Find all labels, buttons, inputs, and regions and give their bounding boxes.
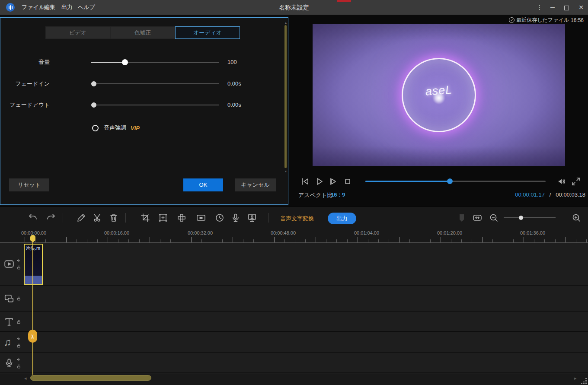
- scroll-left-icon[interactable]: ◂: [24, 375, 27, 381]
- fade-out-slider[interactable]: [91, 105, 219, 105]
- audio-settings-panel: ビデオ 色補正 オーディオ 音量 100 フェードイン 0.00s フェードアウ…: [0, 17, 288, 205]
- delete-trash-icon[interactable]: [109, 213, 119, 223]
- lock-open-icon[interactable]: [16, 343, 22, 349]
- ruler-label: 00:00:32.00: [188, 230, 213, 235]
- text-track-icon: [3, 316, 15, 328]
- scroll-right-icon[interactable]: ▸: [574, 375, 577, 381]
- export-button[interactable]: 出力: [328, 213, 356, 224]
- lock-open-icon[interactable]: [16, 265, 22, 270]
- video-track-icon: [3, 258, 15, 270]
- zoom-frame-icon[interactable]: [158, 213, 168, 223]
- panel-tabs: ビデオ 色補正 オーディオ: [45, 26, 240, 39]
- saved-notice-text: 最近保存したファイル: [516, 16, 569, 24]
- close-button[interactable]: ✕: [575, 0, 588, 15]
- stop-button[interactable]: [342, 176, 353, 187]
- timeline-scrollbar-thumb[interactable]: [30, 375, 151, 381]
- panel-scrollbar-thumb[interactable]: [284, 25, 287, 168]
- ruler-label: 00:01:20.00: [437, 230, 462, 235]
- aspect-ratio-label: アスペクト比: [298, 191, 333, 199]
- timeline-clip[interactable]: 片头.m: [24, 244, 43, 285]
- timeline-scrollbar[interactable]: ◂ ▸: [0, 375, 588, 385]
- ok-button[interactable]: OK: [183, 178, 223, 191]
- panel-scrollbar[interactable]: ▴ ▾: [284, 21, 288, 191]
- vip-badge: VIP: [131, 125, 140, 131]
- window-menu-icon[interactable]: ⋮: [533, 0, 546, 15]
- video-track[interactable]: 片头.m: [0, 243, 588, 286]
- reset-button[interactable]: リセット: [9, 178, 49, 191]
- text-track[interactable]: [0, 312, 588, 332]
- cut-scissors-icon[interactable]: [93, 213, 103, 223]
- marker-icon[interactable]: [457, 213, 467, 223]
- ruler-label: 00:01:04.00: [354, 230, 379, 235]
- minimize-button[interactable]: ─: [546, 0, 559, 15]
- seek-bar[interactable]: [365, 181, 546, 182]
- fullscreen-icon[interactable]: [571, 176, 581, 187]
- presenter-icon[interactable]: [247, 213, 257, 223]
- resize-grip[interactable]: [581, 378, 587, 385]
- ruler-major-ticks: [25, 237, 588, 242]
- voiceover-track[interactable]: [0, 353, 588, 373]
- mute-speaker-icon[interactable]: [16, 258, 22, 264]
- prev-frame-button[interactable]: [300, 176, 310, 187]
- tab-audio[interactable]: オーディオ: [175, 26, 240, 39]
- tab-video[interactable]: ビデオ: [45, 26, 110, 39]
- edit-pencil-icon[interactable]: [76, 213, 86, 223]
- undo-icon[interactable]: [28, 213, 38, 223]
- picture-in-picture-icon[interactable]: [196, 213, 206, 223]
- volume-icon[interactable]: [557, 176, 567, 187]
- timeline-ruler[interactable]: 00:00:00.00 00:00:16.00 00:00:32.00 00:0…: [0, 229, 588, 243]
- scroll-down-icon[interactable]: ▾: [284, 170, 288, 173]
- volume-row: 音量 100: [0, 58, 260, 67]
- voice-enhance-radio[interactable]: [92, 125, 99, 131]
- lock-open-icon[interactable]: [16, 364, 22, 369]
- lock-open-icon[interactable]: [16, 296, 22, 302]
- tab-color-correction[interactable]: 色補正: [110, 26, 175, 39]
- clip-audio-strip: [25, 276, 42, 284]
- scroll-up-icon[interactable]: ▴: [284, 21, 288, 25]
- overlay-track-icon: [3, 293, 15, 304]
- voiceover-mic-icon[interactable]: [230, 213, 241, 223]
- lock-open-icon[interactable]: [16, 319, 22, 325]
- text-track-header: [0, 312, 22, 331]
- current-time: 00:00:01.17: [515, 191, 545, 198]
- maximize-button[interactable]: [560, 0, 573, 15]
- volume-label: 音量: [0, 58, 50, 67]
- aspect-ratio-value[interactable]: 16 : 9: [331, 191, 345, 198]
- speech-to-text-button[interactable]: 音声文字変換: [280, 215, 314, 223]
- duration-clock-icon[interactable]: [214, 213, 225, 223]
- playhead-line[interactable]: [32, 235, 33, 375]
- fade-in-row: フェードイン 0.00s: [0, 80, 260, 88]
- fit-timeline-icon[interactable]: [472, 213, 483, 223]
- ruler-label: 00:00:00.00: [21, 230, 46, 235]
- redo-icon[interactable]: [45, 213, 56, 223]
- fade-in-label: フェードイン: [0, 80, 50, 88]
- fade-in-slider-thumb[interactable]: [91, 81, 96, 86]
- music-track-icon: ♫: [3, 337, 15, 348]
- volume-slider[interactable]: [91, 62, 219, 63]
- next-frame-button[interactable]: [328, 176, 338, 187]
- fade-in-slider[interactable]: [91, 83, 219, 84]
- mosaic-icon[interactable]: [176, 213, 187, 223]
- play-button[interactable]: [314, 176, 324, 187]
- ruler-label: 00:00:16.00: [104, 230, 129, 235]
- seek-thumb[interactable]: [447, 178, 453, 184]
- overlay-track[interactable]: [0, 286, 588, 312]
- split-scissors-button[interactable]: ✂: [28, 330, 37, 343]
- mute-speaker-icon[interactable]: [16, 357, 22, 363]
- fade-out-label: フェードアウト: [0, 101, 50, 109]
- total-time: 00:00:03.18: [556, 191, 585, 198]
- zoom-in-icon[interactable]: [571, 213, 582, 223]
- overlay-track-header: [0, 286, 22, 311]
- timeline-zoom-slider[interactable]: [504, 217, 556, 218]
- mute-speaker-icon[interactable]: [16, 336, 22, 342]
- fade-out-slider-thumb[interactable]: [91, 102, 96, 108]
- volume-slider-thumb[interactable]: [122, 59, 128, 65]
- voice-enhance-row: 音声強調 VIP: [92, 124, 140, 132]
- titlebar: ファイル 編集 出力 ヘルプ 名称未設定 ⋮ ─ ✕: [0, 0, 588, 15]
- crop-icon[interactable]: [140, 213, 150, 223]
- clip-label: 片头.m: [26, 245, 42, 251]
- music-track[interactable]: ♫: [0, 333, 588, 353]
- zoom-out-icon[interactable]: [489, 213, 499, 223]
- cancel-button[interactable]: キャンセル: [235, 178, 276, 191]
- timeline-zoom-thumb[interactable]: [519, 216, 523, 220]
